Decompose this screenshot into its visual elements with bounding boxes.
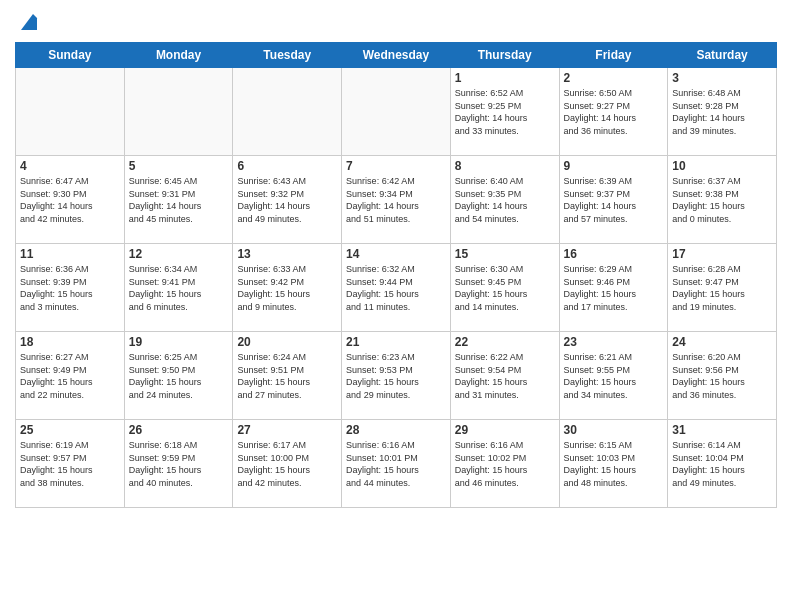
day-info: Sunrise: 6:47 AM Sunset: 9:30 PM Dayligh… [20,175,120,225]
day-cell-12: 12Sunrise: 6:34 AM Sunset: 9:41 PM Dayli… [124,244,233,332]
day-cell-11: 11Sunrise: 6:36 AM Sunset: 9:39 PM Dayli… [16,244,125,332]
day-info: Sunrise: 6:19 AM Sunset: 9:57 PM Dayligh… [20,439,120,489]
day-header-thursday: Thursday [450,43,559,68]
day-number: 2 [564,71,664,85]
logo [15,10,41,34]
day-info: Sunrise: 6:16 AM Sunset: 10:02 PM Daylig… [455,439,555,489]
week-row-4: 18Sunrise: 6:27 AM Sunset: 9:49 PM Dayli… [16,332,777,420]
day-number: 25 [20,423,120,437]
day-number: 19 [129,335,229,349]
day-number: 29 [455,423,555,437]
day-cell-15: 15Sunrise: 6:30 AM Sunset: 9:45 PM Dayli… [450,244,559,332]
day-cell-5: 5Sunrise: 6:45 AM Sunset: 9:31 PM Daylig… [124,156,233,244]
day-number: 8 [455,159,555,173]
day-number: 1 [455,71,555,85]
day-info: Sunrise: 6:21 AM Sunset: 9:55 PM Dayligh… [564,351,664,401]
day-cell-10: 10Sunrise: 6:37 AM Sunset: 9:38 PM Dayli… [668,156,777,244]
week-row-3: 11Sunrise: 6:36 AM Sunset: 9:39 PM Dayli… [16,244,777,332]
day-number: 30 [564,423,664,437]
day-info: Sunrise: 6:42 AM Sunset: 9:34 PM Dayligh… [346,175,446,225]
day-info: Sunrise: 6:23 AM Sunset: 9:53 PM Dayligh… [346,351,446,401]
day-info: Sunrise: 6:28 AM Sunset: 9:47 PM Dayligh… [672,263,772,313]
day-cell-31: 31Sunrise: 6:14 AM Sunset: 10:04 PM Dayl… [668,420,777,508]
day-number: 3 [672,71,772,85]
week-row-2: 4Sunrise: 6:47 AM Sunset: 9:30 PM Daylig… [16,156,777,244]
empty-cell [124,68,233,156]
day-info: Sunrise: 6:16 AM Sunset: 10:01 PM Daylig… [346,439,446,489]
day-cell-18: 18Sunrise: 6:27 AM Sunset: 9:49 PM Dayli… [16,332,125,420]
day-info: Sunrise: 6:24 AM Sunset: 9:51 PM Dayligh… [237,351,337,401]
week-row-1: 1Sunrise: 6:52 AM Sunset: 9:25 PM Daylig… [16,68,777,156]
day-info: Sunrise: 6:15 AM Sunset: 10:03 PM Daylig… [564,439,664,489]
empty-cell [16,68,125,156]
day-info: Sunrise: 6:18 AM Sunset: 9:59 PM Dayligh… [129,439,229,489]
day-cell-16: 16Sunrise: 6:29 AM Sunset: 9:46 PM Dayli… [559,244,668,332]
day-info: Sunrise: 6:33 AM Sunset: 9:42 PM Dayligh… [237,263,337,313]
header [15,10,777,34]
day-header-monday: Monday [124,43,233,68]
day-info: Sunrise: 6:30 AM Sunset: 9:45 PM Dayligh… [455,263,555,313]
day-number: 15 [455,247,555,261]
day-number: 20 [237,335,337,349]
day-cell-13: 13Sunrise: 6:33 AM Sunset: 9:42 PM Dayli… [233,244,342,332]
day-info: Sunrise: 6:17 AM Sunset: 10:00 PM Daylig… [237,439,337,489]
day-cell-27: 27Sunrise: 6:17 AM Sunset: 10:00 PM Dayl… [233,420,342,508]
day-cell-2: 2Sunrise: 6:50 AM Sunset: 9:27 PM Daylig… [559,68,668,156]
day-info: Sunrise: 6:50 AM Sunset: 9:27 PM Dayligh… [564,87,664,137]
day-number: 10 [672,159,772,173]
day-number: 9 [564,159,664,173]
day-info: Sunrise: 6:14 AM Sunset: 10:04 PM Daylig… [672,439,772,489]
day-cell-4: 4Sunrise: 6:47 AM Sunset: 9:30 PM Daylig… [16,156,125,244]
day-cell-8: 8Sunrise: 6:40 AM Sunset: 9:35 PM Daylig… [450,156,559,244]
day-number: 26 [129,423,229,437]
day-cell-17: 17Sunrise: 6:28 AM Sunset: 9:47 PM Dayli… [668,244,777,332]
day-number: 31 [672,423,772,437]
calendar: SundayMondayTuesdayWednesdayThursdayFrid… [15,42,777,508]
page: SundayMondayTuesdayWednesdayThursdayFrid… [0,0,792,612]
day-cell-28: 28Sunrise: 6:16 AM Sunset: 10:01 PM Dayl… [342,420,451,508]
day-info: Sunrise: 6:39 AM Sunset: 9:37 PM Dayligh… [564,175,664,225]
day-info: Sunrise: 6:36 AM Sunset: 9:39 PM Dayligh… [20,263,120,313]
day-info: Sunrise: 6:37 AM Sunset: 9:38 PM Dayligh… [672,175,772,225]
day-header-saturday: Saturday [668,43,777,68]
day-cell-23: 23Sunrise: 6:21 AM Sunset: 9:55 PM Dayli… [559,332,668,420]
day-number: 24 [672,335,772,349]
day-info: Sunrise: 6:48 AM Sunset: 9:28 PM Dayligh… [672,87,772,137]
day-info: Sunrise: 6:22 AM Sunset: 9:54 PM Dayligh… [455,351,555,401]
day-cell-20: 20Sunrise: 6:24 AM Sunset: 9:51 PM Dayli… [233,332,342,420]
day-header-tuesday: Tuesday [233,43,342,68]
day-cell-22: 22Sunrise: 6:22 AM Sunset: 9:54 PM Dayli… [450,332,559,420]
logo-icon [17,10,41,34]
day-number: 17 [672,247,772,261]
day-cell-19: 19Sunrise: 6:25 AM Sunset: 9:50 PM Dayli… [124,332,233,420]
day-cell-6: 6Sunrise: 6:43 AM Sunset: 9:32 PM Daylig… [233,156,342,244]
day-number: 21 [346,335,446,349]
day-cell-1: 1Sunrise: 6:52 AM Sunset: 9:25 PM Daylig… [450,68,559,156]
day-cell-14: 14Sunrise: 6:32 AM Sunset: 9:44 PM Dayli… [342,244,451,332]
week-row-5: 25Sunrise: 6:19 AM Sunset: 9:57 PM Dayli… [16,420,777,508]
day-number: 22 [455,335,555,349]
calendar-header-row: SundayMondayTuesdayWednesdayThursdayFrid… [16,43,777,68]
day-info: Sunrise: 6:34 AM Sunset: 9:41 PM Dayligh… [129,263,229,313]
empty-cell [342,68,451,156]
day-cell-30: 30Sunrise: 6:15 AM Sunset: 10:03 PM Dayl… [559,420,668,508]
day-number: 12 [129,247,229,261]
day-cell-25: 25Sunrise: 6:19 AM Sunset: 9:57 PM Dayli… [16,420,125,508]
day-number: 18 [20,335,120,349]
day-cell-29: 29Sunrise: 6:16 AM Sunset: 10:02 PM Dayl… [450,420,559,508]
day-number: 23 [564,335,664,349]
day-cell-7: 7Sunrise: 6:42 AM Sunset: 9:34 PM Daylig… [342,156,451,244]
svg-marker-0 [21,14,41,30]
day-cell-21: 21Sunrise: 6:23 AM Sunset: 9:53 PM Dayli… [342,332,451,420]
day-header-wednesday: Wednesday [342,43,451,68]
day-header-sunday: Sunday [16,43,125,68]
day-number: 7 [346,159,446,173]
empty-cell [233,68,342,156]
day-info: Sunrise: 6:27 AM Sunset: 9:49 PM Dayligh… [20,351,120,401]
day-number: 6 [237,159,337,173]
day-cell-9: 9Sunrise: 6:39 AM Sunset: 9:37 PM Daylig… [559,156,668,244]
day-info: Sunrise: 6:52 AM Sunset: 9:25 PM Dayligh… [455,87,555,137]
day-number: 5 [129,159,229,173]
day-info: Sunrise: 6:25 AM Sunset: 9:50 PM Dayligh… [129,351,229,401]
day-info: Sunrise: 6:29 AM Sunset: 9:46 PM Dayligh… [564,263,664,313]
